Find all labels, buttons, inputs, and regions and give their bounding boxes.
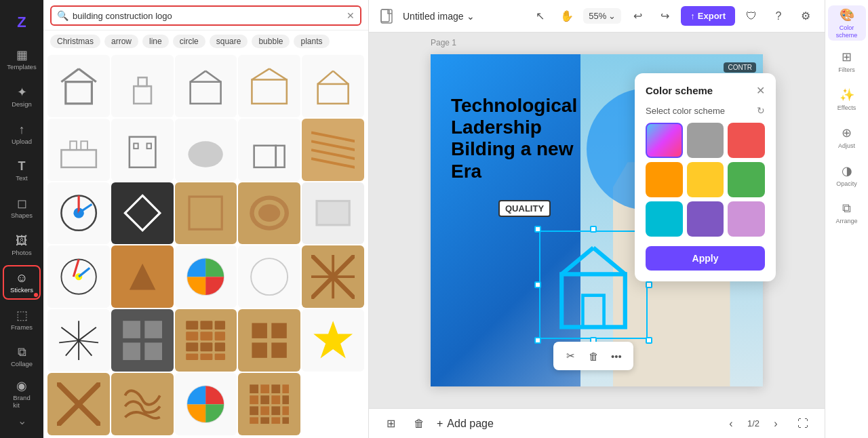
color-swatch-rainbow[interactable] <box>646 123 683 158</box>
color-swatch-yellow[interactable] <box>687 162 724 197</box>
sticker-item[interactable] <box>47 245 110 308</box>
right-nav-adjust[interactable]: ⊕ Adjust <box>828 119 866 155</box>
sidebar-item-design[interactable]: ✦ Design <box>3 80 41 115</box>
sidebar-item-stickers[interactable]: ☺ Stickers <box>3 265 41 300</box>
sticker-item[interactable] <box>238 309 300 372</box>
svg-rect-97 <box>260 417 269 424</box>
color-swatch-cyan[interactable] <box>646 201 683 237</box>
tag-square[interactable]: square <box>210 35 248 48</box>
sidebar-item-logo[interactable]: Z <box>3 5 41 40</box>
color-swatch-lavender[interactable] <box>728 201 765 237</box>
sidebar-item-brand[interactable]: ◉ Brandkit <box>3 377 41 412</box>
sticker-item[interactable] <box>47 55 110 117</box>
sticker-item[interactable] <box>175 55 237 117</box>
sticker-item[interactable] <box>47 373 110 435</box>
shield-icon-btn[interactable]: 🛡 <box>741 5 762 27</box>
color-swatch-green[interactable] <box>728 162 765 197</box>
sticker-item[interactable] <box>175 373 237 435</box>
hand-tool-btn[interactable]: ✋ <box>556 5 578 27</box>
export-button[interactable]: ↑ Export <box>681 6 735 26</box>
chevron-down-icon: ⌄ <box>608 11 616 21</box>
color-swatch-pink[interactable] <box>728 123 765 158</box>
sticker-item[interactable] <box>302 245 364 308</box>
sticker-item[interactable] <box>238 373 300 435</box>
selected-sticker[interactable]: ↻ ✂ 🗑 ••• <box>539 231 648 339</box>
handle-bl[interactable] <box>534 337 541 344</box>
cursor-tool-btn[interactable]: ↖ <box>529 5 551 27</box>
sticker-item[interactable] <box>47 182 110 245</box>
tag-bubble[interactable]: bubble <box>252 35 290 48</box>
right-nav-effects[interactable]: ✨ Effects <box>828 81 866 117</box>
tag-plants[interactable]: plants <box>294 35 329 48</box>
tag-circle[interactable]: circle <box>173 35 205 48</box>
design-label: Design <box>12 100 32 108</box>
canvas-wrapper[interactable]: Page 1 TechnologicalLadershipBilding a n… <box>369 33 825 408</box>
sticker-item[interactable] <box>302 182 364 245</box>
close-icon[interactable]: ✕ <box>347 10 355 21</box>
next-page-btn[interactable]: › <box>765 413 787 435</box>
settings-btn[interactable]: ⚙ <box>795 5 816 27</box>
delete-page-btn[interactable]: 🗑 <box>408 413 430 435</box>
zoom-control[interactable]: 55% ⌄ <box>583 8 621 24</box>
handle-mr[interactable] <box>646 281 652 288</box>
svg-rect-66 <box>215 321 225 330</box>
tag-christmas[interactable]: Christmas <box>50 35 100 48</box>
color-swatch-gray[interactable] <box>687 123 724 158</box>
sticker-item[interactable] <box>238 119 300 181</box>
sticker-item[interactable] <box>111 309 174 372</box>
tag-line[interactable]: line <box>142 35 169 48</box>
sidebar-item-photos[interactable]: 🖼 Photos <box>3 228 41 263</box>
right-nav-opacity[interactable]: ◑ Opacity <box>828 157 866 193</box>
refresh-icon[interactable]: ↻ <box>757 105 765 116</box>
sticker-item[interactable] <box>111 245 174 308</box>
tag-arrow[interactable]: arrow <box>104 35 138 48</box>
sticker-item[interactable] <box>238 182 300 245</box>
sticker-item[interactable] <box>111 373 174 435</box>
sticker-item[interactable] <box>302 119 364 181</box>
search-input[interactable] <box>73 11 342 21</box>
add-page-btn[interactable]: + Add page <box>437 418 494 430</box>
sticker-item[interactable] <box>302 309 364 372</box>
sticker-item[interactable] <box>111 119 174 181</box>
color-swatch-purple[interactable] <box>687 201 724 237</box>
sticker-item[interactable] <box>175 119 237 181</box>
sticker-item[interactable] <box>175 245 237 308</box>
undo-btn[interactable]: ↩ <box>627 5 648 27</box>
right-nav-arrange[interactable]: ⧉ Arrange <box>828 195 866 231</box>
sticker-item[interactable] <box>111 55 174 117</box>
svg-rect-19 <box>146 143 151 148</box>
sticker-item[interactable] <box>175 309 237 372</box>
svg-rect-95 <box>283 406 290 415</box>
popup-close-btn[interactable]: ✕ <box>756 84 765 97</box>
sidebar-item-shapes[interactable]: ◻ Shapes <box>3 191 41 226</box>
sticker-item[interactable] <box>111 182 174 245</box>
delete-btn[interactable]: 🗑 <box>583 346 604 366</box>
apply-color-scheme-btn[interactable]: Apply <box>646 246 765 271</box>
handle-br[interactable] <box>646 337 652 344</box>
page-label: Page 1 <box>431 38 456 47</box>
sticker-item[interactable] <box>238 245 300 308</box>
redo-btn[interactable]: ↪ <box>654 5 675 27</box>
help-btn[interactable]: ? <box>768 5 789 27</box>
sidebar-item-collage[interactable]: ⧉ Collage <box>3 340 41 374</box>
add-to-page-btn[interactable]: ⊞ <box>380 413 401 435</box>
sticker-item[interactable] <box>302 55 364 117</box>
crop-btn[interactable]: ✂ <box>560 346 580 366</box>
color-swatch-orange[interactable] <box>646 162 683 197</box>
prev-page-btn[interactable]: ‹ <box>720 413 742 435</box>
sidebar-item-upload[interactable]: ↑ Upload <box>3 117 41 151</box>
sticker-item[interactable] <box>238 55 300 117</box>
sidebar-collapse[interactable]: ⌄ <box>11 414 33 428</box>
right-nav-filters[interactable]: ⊞ Filters <box>828 43 866 79</box>
sticker-item[interactable] <box>47 309 110 372</box>
sticker-item[interactable] <box>47 119 110 181</box>
brand-icon: ◉ <box>16 380 27 392</box>
more-options-btn[interactable]: ••• <box>606 346 627 366</box>
file-title[interactable]: Untitled image ⌄ <box>403 11 475 22</box>
fullscreen-btn[interactable]: ⛶ <box>792 413 814 435</box>
sidebar-item-frames[interactable]: ⬚ Frames <box>3 302 41 337</box>
right-nav-color-scheme[interactable]: 🎨 Colorscheme <box>828 5 866 41</box>
sidebar-item-templates[interactable]: ▦ Templates <box>3 43 41 77</box>
sidebar-item-text[interactable]: T Text <box>3 154 41 188</box>
sticker-item[interactable] <box>175 182 237 245</box>
